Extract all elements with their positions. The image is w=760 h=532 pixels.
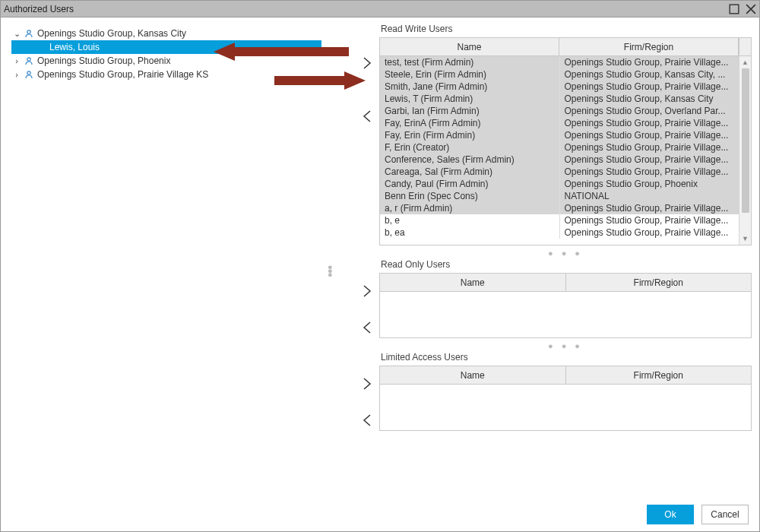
tree-node-label: Openings Studio Group, Kansas City [37, 27, 186, 40]
table-row[interactable]: a, r (Firm Admin)Openings Studio Group, … [380, 202, 739, 214]
table-row[interactable]: b, eOpenings Studio Group, Prairie Villa… [380, 214, 739, 226]
user-tree: ⌄ Openings Studio Group, Kansas City Lew… [1, 17, 356, 498]
cell-name: Fay, ErinA (Firm Admin) [380, 117, 560, 129]
cell-firm: NATIONAL [560, 190, 739, 202]
chevron-right-icon[interactable]: › [11, 68, 22, 81]
read-only-section: Read Only Users Name Firm/Region ● ● ● [379, 259, 752, 352]
resize-handle-vertical[interactable]: ●●● [328, 265, 333, 277]
scrollbar[interactable]: ▲ ▼ [739, 56, 751, 245]
content-area: ⌄ Openings Studio Group, Kansas City Lew… [1, 17, 759, 498]
svg-point-2 [27, 58, 30, 61]
person-icon [24, 55, 34, 66]
read-write-table: Name Firm/Region test, test (Firm Admin)… [379, 37, 752, 245]
cell-firm: Openings Studio Group, Prairie Village..… [560, 166, 739, 178]
table-row[interactable]: Fay, Erin (Firm Admin)Openings Studio Gr… [380, 129, 739, 141]
table-row[interactable]: Steele, Erin (Firm Admin)Openings Studio… [380, 68, 739, 81]
close-icon[interactable] [746, 4, 756, 14]
col-name[interactable]: Name [380, 366, 566, 384]
cell-name: Garbi, Ian (Firm Admin) [380, 105, 560, 117]
col-name[interactable]: Name [380, 274, 566, 291]
table-row[interactable]: Garbi, Ian (Firm Admin)Openings Studio G… [380, 105, 739, 117]
maximize-icon[interactable] [729, 4, 739, 14]
scroll-up-icon[interactable]: ▲ [739, 56, 751, 68]
person-icon [24, 69, 34, 80]
cell-name: a, r (Firm Admin) [380, 202, 560, 214]
table-row[interactable]: Conference, Sales (Firm Admin)Openings S… [380, 154, 739, 166]
svg-point-1 [27, 30, 30, 33]
table-row[interactable]: Fay, ErinA (Firm Admin)Openings Studio G… [380, 117, 739, 129]
table-row[interactable]: F, Erin (Creator)Openings Studio Group, … [380, 141, 739, 154]
scroll-down-icon[interactable]: ▼ [739, 233, 751, 245]
person-icon [24, 28, 34, 39]
cell-name: b, e [380, 214, 560, 226]
cell-firm: Openings Studio Group, Kansas City [560, 93, 739, 105]
section-title: Limited Access Users [381, 352, 752, 363]
window-controls [729, 4, 756, 14]
table-header: Name Firm/Region [380, 38, 751, 56]
cell-name: Lewis, T (Firm Admin) [380, 93, 560, 105]
read-only-table: Name Firm/Region [379, 273, 752, 338]
remove-from-readwrite-button[interactable] [358, 107, 376, 125]
chevron-down-icon[interactable]: ⌄ [11, 27, 22, 40]
table-body[interactable] [380, 385, 751, 430]
table-row[interactable]: test, test (Firm Admin)Openings Studio G… [380, 56, 739, 68]
col-firm[interactable]: Firm/Region [566, 274, 752, 291]
section-title: Read Only Users [381, 259, 752, 270]
col-firm[interactable]: Firm/Region [559, 38, 739, 55]
dialog-footer: Ok Cancel [1, 498, 759, 531]
cell-name: Steele, Erin (Firm Admin) [380, 68, 560, 81]
cell-firm: Openings Studio Group, Prairie Village..… [560, 56, 739, 68]
scrollbar-header [739, 38, 751, 55]
add-to-readwrite-button[interactable] [358, 54, 376, 72]
read-write-section: Read Write Users Name Firm/Region test, … [379, 24, 752, 259]
resize-handle[interactable]: ● ● ● [379, 341, 752, 350]
tree-node-label: Openings Studio Group, Prairie Village K… [37, 68, 208, 81]
cell-name: b, ea [380, 226, 560, 239]
table-row[interactable]: Benn Erin (Spec Cons)NATIONAL [380, 190, 739, 202]
cell-firm: Openings Studio Group, Prairie Village..… [560, 154, 739, 166]
cell-firm: Openings Studio Group, Prairie Village..… [560, 202, 739, 214]
table-header: Name Firm/Region [380, 274, 751, 292]
tree-node[interactable]: ⌄ Openings Studio Group, Kansas City [11, 27, 353, 40]
cell-name: Benn Erin (Spec Cons) [380, 190, 560, 202]
col-name[interactable]: Name [380, 38, 559, 55]
cell-firm: Openings Studio Group, Prairie Village..… [560, 214, 739, 226]
tree-leaf-label: Lewis, Louis [49, 40, 100, 54]
chevron-right-icon[interactable]: › [11, 54, 22, 68]
window-title: Authorized Users [4, 4, 74, 14]
remove-from-readonly-button[interactable] [358, 318, 376, 337]
col-firm[interactable]: Firm/Region [566, 366, 752, 384]
tree-node[interactable]: › Openings Studio Group, Prairie Village… [11, 68, 353, 81]
table-row[interactable]: Smith, Jane (Firm Admin)Openings Studio … [380, 81, 739, 93]
cancel-button[interactable]: Cancel [701, 505, 749, 524]
limited-access-table: Name Firm/Region [379, 366, 752, 431]
limited-access-section: Limited Access Users Name Firm/Region [379, 352, 752, 434]
cell-name: Careaga, Sal (Firm Admin) [380, 166, 560, 178]
tree-node[interactable]: › Openings Studio Group, Phoenix [11, 54, 353, 68]
cell-name: F, Erin (Creator) [380, 141, 560, 154]
svg-point-3 [27, 71, 30, 74]
table-row[interactable]: b, eaOpenings Studio Group, Prairie Vill… [380, 226, 739, 239]
table-row[interactable]: Careaga, Sal (Firm Admin)Openings Studio… [380, 166, 739, 178]
tree-node-label: Openings Studio Group, Phoenix [37, 54, 170, 68]
tree-leaf-selected[interactable]: Lewis, Louis [11, 40, 321, 54]
add-to-limited-button[interactable] [358, 375, 376, 393]
table-row[interactable]: Lewis, T (Firm Admin)Openings Studio Gro… [380, 93, 739, 105]
resize-handle[interactable]: ● ● ● [379, 249, 752, 258]
cell-firm: Openings Studio Group, Phoenix [560, 178, 739, 190]
scroll-thumb[interactable] [742, 68, 749, 213]
ok-button[interactable]: Ok [647, 505, 694, 524]
cell-name: Candy, Paul (Firm Admin) [380, 178, 560, 190]
section-title: Read Write Users [381, 24, 752, 34]
table-body[interactable]: test, test (Firm Admin)Openings Studio G… [380, 56, 739, 245]
cell-firm: Openings Studio Group, Overland Par... [560, 105, 739, 117]
right-panels: Read Write Users Name Firm/Region test, … [356, 17, 759, 498]
cell-name: Conference, Sales (Firm Admin) [380, 154, 560, 166]
table-row[interactable]: Candy, Paul (Firm Admin)Openings Studio … [380, 178, 739, 190]
table-header: Name Firm/Region [380, 366, 751, 385]
cell-firm: Openings Studio Group, Prairie Village..… [560, 141, 739, 154]
title-bar: Authorized Users [1, 1, 759, 17]
add-to-readonly-button[interactable] [358, 282, 376, 300]
table-body[interactable] [380, 292, 751, 337]
remove-from-limited-button[interactable] [358, 411, 376, 429]
